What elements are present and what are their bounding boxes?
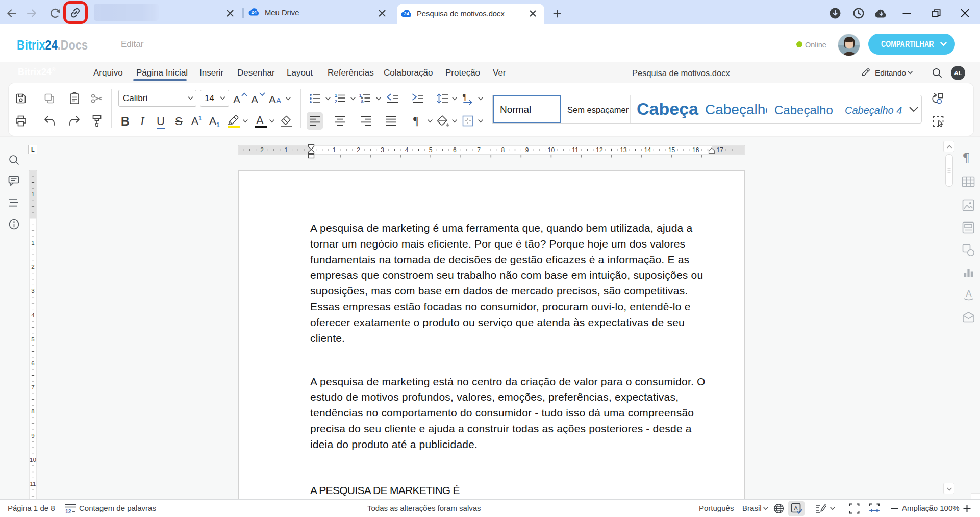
svg-text:12: 12 [65,508,71,514]
svg-text:7: 7 [31,384,34,390]
svg-text:2: 2 [357,146,360,154]
svg-text:13: 13 [620,146,627,154]
svg-text:4: 4 [405,146,409,154]
svg-text:6: 6 [453,146,457,154]
svg-text:3: 3 [381,146,384,154]
svg-text:1: 1 [359,93,362,98]
svg-text:10: 10 [548,146,555,154]
svg-text:5: 5 [31,336,34,342]
svg-text:15: 15 [668,146,675,154]
svg-text:¶: ¶ [463,92,467,101]
svg-text:12: 12 [596,146,603,154]
svg-text:8: 8 [501,146,505,154]
svg-text:3: 3 [31,288,34,294]
svg-text:14: 14 [644,146,651,154]
svg-text:A: A [966,289,972,299]
svg-text:8: 8 [31,408,34,414]
svg-text:1: 1 [335,93,337,98]
svg-text:11: 11 [572,146,579,154]
svg-text:1: 1 [31,240,34,246]
svg-text:24: 24 [252,10,257,15]
svg-text:9: 9 [31,433,34,439]
svg-text:4: 4 [31,312,35,318]
svg-text:2: 2 [260,146,264,154]
svg-text:9: 9 [525,146,529,154]
svg-text:24: 24 [404,11,410,16]
svg-text:A: A [794,505,798,511]
svg-text:7: 7 [477,146,481,154]
svg-text:1: 1 [284,146,288,154]
svg-text:5: 5 [429,146,433,154]
svg-text:1: 1 [31,191,34,198]
svg-text:2: 2 [335,99,337,104]
svg-text:16: 16 [692,146,699,154]
svg-text:1: 1 [333,146,336,154]
svg-text:11: 11 [30,481,36,487]
svg-text:10: 10 [30,457,36,463]
svg-text:2: 2 [31,264,34,270]
svg-text:a: a [361,99,364,104]
svg-text:6: 6 [31,360,34,366]
svg-text:17: 17 [716,146,723,154]
